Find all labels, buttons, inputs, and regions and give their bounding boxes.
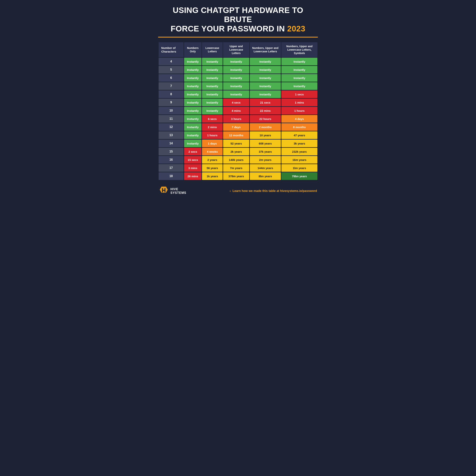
table-row: 5InstantlyInstantlyInstantlyInstantlyIns… xyxy=(159,66,317,73)
svg-rect-3 xyxy=(162,190,166,191)
cta-arrow: › xyxy=(230,189,231,192)
col-header-lowercase: Lowercase Letters xyxy=(202,42,222,57)
col-header-chars: Number of Characters xyxy=(159,42,184,57)
cell-value: 2m years xyxy=(250,156,281,164)
cell-value: 1bn years xyxy=(281,164,317,172)
cell-value: 608 years xyxy=(250,139,281,147)
cell-chars: 5 xyxy=(159,66,184,73)
cell-value: Instantly xyxy=(202,99,222,106)
table-row: 152 secs4 weeks2k years37k years232k yea… xyxy=(159,148,317,155)
cell-value: 52 years xyxy=(223,139,249,147)
col-header-upperandlower: Upper and Lowercase Letters xyxy=(223,42,249,57)
cell-value: 16m years xyxy=(281,156,317,164)
logo-line2: SYSTEMS xyxy=(170,191,186,195)
cell-value: 1 secs xyxy=(281,90,317,98)
cell-value: 26 mins xyxy=(184,172,202,180)
cell-chars: 4 xyxy=(159,58,184,65)
table-row: 4InstantlyInstantlyInstantlyInstantlyIns… xyxy=(159,58,317,65)
table-body: 4InstantlyInstantlyInstantlyInstantlyIns… xyxy=(159,58,317,180)
cell-value: 144m years xyxy=(250,164,281,172)
cell-value: 7 days xyxy=(223,123,249,131)
table-header-row: Number of Characters Numbers Only Lowerc… xyxy=(159,42,317,57)
cell-chars: 14 xyxy=(159,139,184,147)
cell-value: 7m years xyxy=(223,164,249,172)
cell-value: Instantly xyxy=(184,90,202,98)
cell-chars: 9 xyxy=(159,99,184,106)
cell-value: 140k years xyxy=(223,156,249,164)
cell-value: Instantly xyxy=(281,82,317,90)
cta-link[interactable]: hivesystems.io/password xyxy=(280,189,317,192)
cell-value: Instantly xyxy=(184,82,202,90)
table-row: 14Instantly1 days52 years608 years3k yea… xyxy=(159,139,317,147)
cell-value: Instantly xyxy=(223,82,249,90)
cell-value: Instantly xyxy=(281,58,317,65)
cell-value: Instantly xyxy=(184,74,202,82)
cell-value: 21 secs xyxy=(250,99,281,106)
cell-chars: 13 xyxy=(159,131,184,139)
cell-value: Instantly xyxy=(202,58,222,65)
cell-value: Instantly xyxy=(250,74,281,82)
cell-value: 2 months xyxy=(250,123,281,131)
cell-value: Instantly xyxy=(281,74,317,82)
col-header-all: Numbers, Upper and Lowercase Letters, Sy… xyxy=(281,42,317,57)
cell-chars: 16 xyxy=(159,156,184,164)
cell-chars: 10 xyxy=(159,107,184,114)
cell-value: 22 mins xyxy=(250,107,281,114)
cell-value: 232k years xyxy=(281,148,317,155)
cell-value: 8 months xyxy=(281,123,317,131)
cell-value: Instantly xyxy=(223,58,249,65)
cell-value: 4 days xyxy=(281,115,317,123)
cell-value: Instantly xyxy=(250,58,281,65)
cell-value: 37k years xyxy=(250,148,281,155)
password-table: Number of Characters Numbers Only Lowerc… xyxy=(158,42,318,181)
cell-value: Instantly xyxy=(223,74,249,82)
table-row: 10InstantlyInstantly4 mins22 mins1 hours xyxy=(159,107,317,114)
cell-chars: 8 xyxy=(159,90,184,98)
cell-value: 1 days xyxy=(202,139,222,147)
cell-chars: 6 xyxy=(159,74,184,82)
table-row: 11Instantly6 secs3 hours22 hours4 days xyxy=(159,115,317,123)
table-row: 173 mins56 years7m years144m years1bn ye… xyxy=(159,164,317,172)
cell-value: 4 secs xyxy=(223,99,249,106)
cell-value: 2 secs xyxy=(184,148,202,155)
cell-value: 3 hours xyxy=(223,115,249,123)
table-row: 13Instantly1 hours12 months10 years47 ye… xyxy=(159,131,317,139)
table-row: 8InstantlyInstantlyInstantlyInstantly1 s… xyxy=(159,90,317,98)
cell-value: Instantly xyxy=(202,74,222,82)
table-row: 1615 secs2 years140k years2m years16m ye… xyxy=(159,156,317,164)
cell-value: Instantly xyxy=(250,90,281,98)
cell-value: Instantly xyxy=(184,131,202,139)
cell-chars: 11 xyxy=(159,115,184,123)
cell-value: Instantly xyxy=(184,66,202,73)
cell-value: 378m years xyxy=(223,172,249,180)
col-header-numbers: Numbers Only xyxy=(184,42,202,57)
cell-value: 2 mins xyxy=(202,123,222,131)
page-title: USING CHATGPT HARDWARE TO BRUTE FORCE YO… xyxy=(158,6,318,33)
table-row: 6InstantlyInstantlyInstantlyInstantlyIns… xyxy=(159,74,317,82)
cell-value: Instantly xyxy=(184,107,202,114)
cell-value: 3k years xyxy=(281,139,317,147)
main-container: USING CHATGPT HARDWARE TO BRUTE FORCE YO… xyxy=(152,0,324,201)
footer-cta: › Learn how we made this table at hivesy… xyxy=(230,189,317,193)
title-divider xyxy=(158,37,318,37)
cell-value: 79bn years xyxy=(281,172,317,180)
cell-value: Instantly xyxy=(202,90,222,98)
cell-value: Instantly xyxy=(223,90,249,98)
logo-area: HIVE SYSTEMS xyxy=(159,186,186,196)
cell-value: Instantly xyxy=(184,115,202,123)
cell-value: Instantly xyxy=(202,82,222,90)
year-highlight: 2023 xyxy=(287,24,305,33)
cell-value: 3 mins xyxy=(184,164,202,172)
cell-value: 12 months xyxy=(223,131,249,139)
cell-value: 1 hours xyxy=(281,107,317,114)
cell-value: Instantly xyxy=(184,123,202,131)
cell-value: Instantly xyxy=(281,66,317,73)
col-header-numupperower: Numbers, Upper and Lowercase Letters xyxy=(250,42,281,57)
cell-chars: 15 xyxy=(159,148,184,155)
cell-value: 1 hours xyxy=(202,131,222,139)
cell-value: 4 mins xyxy=(223,107,249,114)
cell-value: Instantly xyxy=(202,66,222,73)
cell-value: 10 years xyxy=(250,131,281,139)
cell-value: 1k years xyxy=(202,172,222,180)
cell-value: 2k years xyxy=(223,148,249,155)
